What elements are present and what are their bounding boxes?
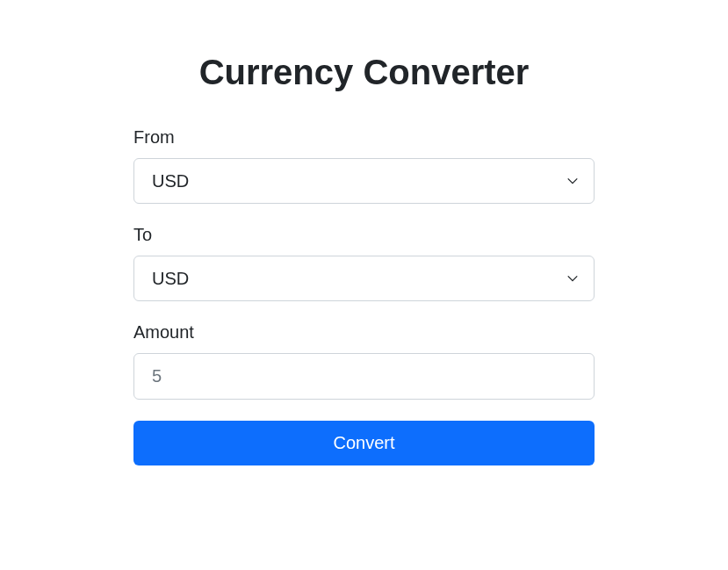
amount-input[interactable]	[133, 353, 595, 400]
converter-container: Currency Converter From USD To USD	[133, 53, 595, 465]
from-group: From USD	[133, 127, 595, 204]
amount-group: Amount	[133, 322, 595, 400]
convert-button[interactable]: Convert	[133, 421, 595, 465]
from-label: From	[133, 127, 595, 148]
to-select-wrapper: USD	[133, 256, 595, 301]
from-select[interactable]: USD	[133, 158, 595, 204]
to-label: To	[133, 225, 595, 245]
to-select[interactable]: USD	[133, 256, 595, 301]
page-title: Currency Converter	[133, 53, 595, 92]
from-select-wrapper: USD	[133, 158, 595, 204]
amount-label: Amount	[133, 322, 595, 343]
to-group: To USD	[133, 225, 595, 301]
